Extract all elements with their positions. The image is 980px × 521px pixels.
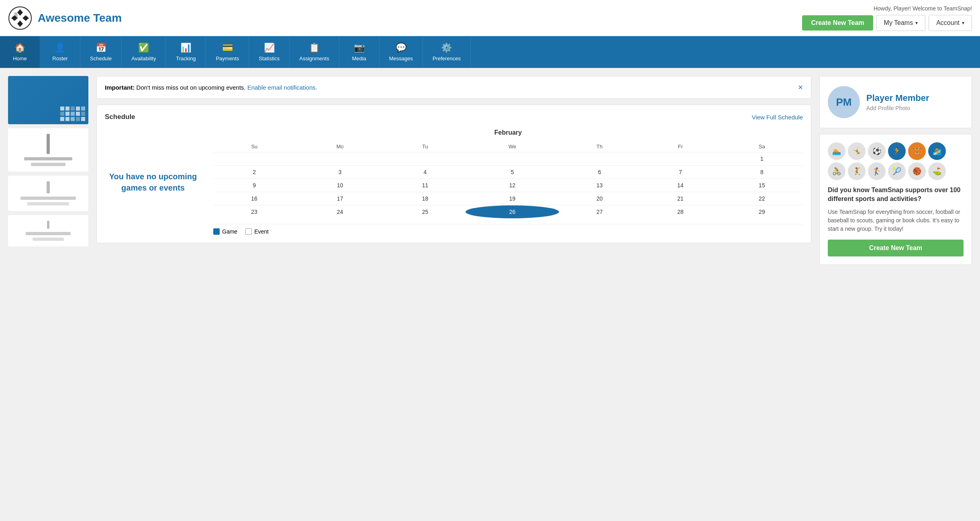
cal-day[interactable]: 12 bbox=[466, 179, 559, 192]
nav-item-schedule[interactable]: 📅 Schedule bbox=[80, 36, 122, 68]
sports-icons-area: 🏊 🤸 ⚽ 🏃 🏋️ 🏄 🚴 🤾 🏌️ 🎾 🏀 ⛳ bbox=[828, 142, 964, 180]
legend-game-label: Game bbox=[222, 228, 237, 235]
profile-info: Player Member Add Profile Photo bbox=[866, 93, 929, 111]
schedule-card: Schedule View Full Schedule You have no … bbox=[96, 105, 811, 243]
cal-day[interactable]: 28 bbox=[640, 205, 721, 219]
add-profile-photo-link[interactable]: Add Profile Photo bbox=[866, 105, 929, 111]
cal-day[interactable]: 21 bbox=[640, 192, 721, 205]
cal-day[interactable]: 3 bbox=[295, 166, 385, 179]
sport-icon-blue-1: 🏃 bbox=[888, 142, 906, 160]
nav-label-payments: Payments bbox=[216, 55, 239, 62]
sport-icon-orange: 🏋️ bbox=[908, 142, 926, 160]
my-teams-button[interactable]: My Teams bbox=[876, 15, 926, 31]
calendar: February Su Mo Tu We Th Fr Sa bbox=[213, 129, 803, 235]
alert-banner: Important: Don't miss miss out on upcomi… bbox=[96, 76, 811, 99]
cal-day[interactable]: 2 bbox=[213, 166, 295, 179]
sport-icon-8: 🏀 bbox=[908, 162, 926, 180]
right-sidebar: PM Player Member Add Profile Photo 🏊 🤸 ⚽… bbox=[819, 76, 972, 265]
cal-day[interactable] bbox=[640, 152, 721, 166]
header-buttons: Create New Team My Teams Account bbox=[802, 15, 972, 31]
cal-day[interactable]: 4 bbox=[385, 166, 466, 179]
cal-day[interactable] bbox=[559, 152, 640, 166]
nav-label-preferences: Preferences bbox=[433, 55, 461, 62]
cal-day[interactable]: 22 bbox=[721, 192, 803, 205]
cal-day[interactable]: 1 bbox=[721, 152, 803, 166]
cal-day[interactable]: 24 bbox=[295, 205, 385, 219]
cal-day[interactable]: 11 bbox=[385, 179, 466, 192]
alert-link[interactable]: Enable email notifications. bbox=[247, 84, 317, 91]
left-sidebar bbox=[8, 76, 88, 265]
cal-day[interactable] bbox=[466, 152, 559, 166]
nav-item-assignments[interactable]: 📋 Assignments bbox=[290, 36, 339, 68]
cal-day[interactable]: 13 bbox=[559, 179, 640, 192]
calendar-grid: Su Mo Tu We Th Fr Sa 1234567891011121314… bbox=[213, 141, 803, 218]
availability-icon: ✅ bbox=[138, 43, 149, 53]
cal-day[interactable]: 14 bbox=[640, 179, 721, 192]
no-events-section: You have no upcominggames or events bbox=[105, 129, 201, 235]
no-events-text: You have no upcominggames or events bbox=[109, 171, 197, 193]
cal-day[interactable]: 6 bbox=[559, 166, 640, 179]
promo-create-team-button[interactable]: Create New Team bbox=[828, 240, 964, 256]
nav-item-payments[interactable]: 💳 Payments bbox=[206, 36, 249, 68]
cal-day[interactable]: 5 bbox=[466, 166, 559, 179]
sport-icon-6: 🏌️ bbox=[868, 162, 886, 180]
cal-header-th: Th bbox=[559, 141, 640, 152]
nav-item-roster[interactable]: 👤 Roster bbox=[40, 36, 80, 68]
create-new-team-button[interactable]: Create New Team bbox=[802, 15, 873, 31]
sidebar-section-1 bbox=[8, 128, 88, 172]
sport-icon-blue-2: 🏄 bbox=[928, 142, 946, 160]
cal-day[interactable]: 27 bbox=[559, 205, 640, 219]
svg-marker-5 bbox=[14, 12, 18, 18]
cal-day[interactable]: 16 bbox=[213, 192, 295, 205]
cal-day[interactable]: 18 bbox=[385, 192, 466, 205]
promo-text: Use TeamSnap for everything from soccer,… bbox=[828, 208, 964, 233]
sport-icon-5: 🤾 bbox=[848, 162, 866, 180]
nav-item-messages[interactable]: 💬 Messages bbox=[380, 36, 423, 68]
header: Awesome Team Howdy, Player! Welcome to T… bbox=[0, 0, 980, 36]
cal-day[interactable]: 26 bbox=[466, 205, 559, 219]
schedule-header: Schedule View Full Schedule bbox=[105, 113, 803, 121]
assignments-icon: 📋 bbox=[309, 43, 320, 53]
cal-day[interactable]: 10 bbox=[295, 179, 385, 192]
sport-icon-3: ⚽ bbox=[868, 142, 886, 160]
nav-item-availability[interactable]: ✅ Availability bbox=[122, 36, 166, 68]
nav-item-media[interactable]: 📷 Media bbox=[339, 36, 380, 68]
alert-close-button[interactable]: × bbox=[798, 83, 803, 92]
nav-label-schedule: Schedule bbox=[90, 55, 112, 62]
sport-icon-1: 🏊 bbox=[828, 142, 845, 160]
sidebar-section-2 bbox=[8, 176, 88, 211]
nav-item-home[interactable]: 🏠 Home bbox=[0, 36, 40, 68]
sport-icon-2: 🤸 bbox=[848, 142, 866, 160]
sport-icon-9: ⛳ bbox=[928, 162, 946, 180]
legend-game: Game bbox=[213, 228, 237, 235]
cal-day[interactable]: 8 bbox=[721, 166, 803, 179]
nav-item-tracking[interactable]: 📊 Tracking bbox=[166, 36, 206, 68]
account-button[interactable]: Account bbox=[929, 15, 972, 31]
payments-icon: 💳 bbox=[222, 43, 233, 53]
calendar-month: February bbox=[213, 129, 803, 136]
messages-icon: 💬 bbox=[396, 43, 406, 53]
cal-day[interactable] bbox=[385, 152, 466, 166]
cal-day[interactable]: 19 bbox=[466, 192, 559, 205]
cal-day[interactable]: 25 bbox=[385, 205, 466, 219]
nav-item-statistics[interactable]: 📈 Statistics bbox=[249, 36, 290, 68]
cal-day[interactable]: 7 bbox=[640, 166, 721, 179]
cal-day[interactable]: 29 bbox=[721, 205, 803, 219]
view-full-schedule-link[interactable]: View Full Schedule bbox=[752, 114, 803, 121]
legend-game-box bbox=[213, 228, 220, 235]
cal-day[interactable]: 15 bbox=[721, 179, 803, 192]
cal-header-fr: Fr bbox=[640, 141, 721, 152]
logo-area: Awesome Team bbox=[8, 6, 802, 30]
home-icon: 🏠 bbox=[14, 43, 25, 53]
cal-day[interactable]: 9 bbox=[213, 179, 295, 192]
cal-day[interactable] bbox=[213, 152, 295, 166]
cal-day[interactable]: 20 bbox=[559, 192, 640, 205]
cal-day[interactable]: 23 bbox=[213, 205, 295, 219]
schedule-title: Schedule bbox=[105, 113, 135, 121]
alert-message: Don't miss miss out on upcoming events. bbox=[136, 84, 247, 91]
cal-header-mo: Mo bbox=[295, 141, 385, 152]
cal-day[interactable] bbox=[295, 152, 385, 166]
promo-card: 🏊 🤸 ⚽ 🏃 🏋️ 🏄 🚴 🤾 🏌️ 🎾 🏀 ⛳ Did you know T… bbox=[819, 134, 972, 265]
cal-day[interactable]: 17 bbox=[295, 192, 385, 205]
nav-item-preferences[interactable]: ⚙️ Preferences bbox=[423, 36, 471, 68]
